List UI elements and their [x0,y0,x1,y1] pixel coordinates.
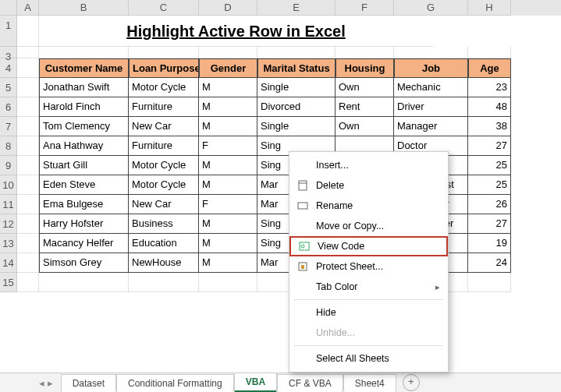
cell-purpose[interactable]: New Car [129,195,199,214]
ctx-protect[interactable]: Protect Sheet... [289,256,448,277]
cell-job[interactable]: Mechanic [394,78,468,97]
row-header-9[interactable]: 9 [0,156,17,175]
row-header-15[interactable]: 15 [0,273,17,292]
col-header-a[interactable]: A [17,0,39,16]
col-header-h[interactable]: H [468,0,511,16]
tab-cf-vba[interactable]: CF & VBA [277,374,343,392]
cell-gender[interactable]: M [199,97,257,117]
th-age[interactable]: Age [468,58,511,78]
sheet-tab-bar: ◂ ▸ Dataset Conditional Formatting VBA C… [0,373,561,392]
cell-housing[interactable]: Own [336,117,394,136]
row-header-6[interactable]: 6 [0,97,17,117]
cell-customer[interactable]: Harry Hofster [39,214,129,234]
cell-purpose[interactable]: Furniture [129,136,199,156]
table-row: Jonathan SwiftMotor CycleMSingleOwnMecha… [17,78,561,97]
cell-age[interactable]: 25 [468,156,511,175]
row-header-5[interactable]: 5 [0,78,17,97]
ctx-hide[interactable]: Hide [289,302,448,323]
cell-gender[interactable]: M [199,234,257,253]
th-housing[interactable]: Housing [336,58,394,78]
ctx-insert[interactable]: Insert... [289,155,448,175]
cell-customer[interactable]: Ema Bulgese [39,195,129,214]
tab-nav-arrows[interactable]: ◂ ▸ [31,377,61,389]
cell-customer[interactable]: Jonathan Swift [39,78,129,97]
cell[interactable] [17,16,39,47]
cell-purpose[interactable]: New Car [129,117,199,136]
th-purpose[interactable]: Loan Purpose [129,58,199,78]
cell-customer[interactable]: Eden Steve [39,175,129,195]
cell-gender[interactable]: F [199,195,257,214]
add-sheet-button[interactable]: + [403,374,420,391]
cell-customer[interactable]: Tom Clemency [39,117,129,136]
th-gender[interactable]: Gender [199,58,257,78]
cell-gender[interactable]: M [199,117,257,136]
cell-age[interactable]: 26 [468,195,511,214]
cell-age[interactable]: 48 [468,97,511,117]
cell-purpose[interactable]: NewHouse [129,253,199,273]
col-header-e[interactable]: E [257,0,336,16]
cell-age[interactable]: 27 [468,214,511,234]
row-header-11[interactable]: 11 [0,195,17,214]
ctx-rename[interactable]: Rename [289,196,448,216]
cell-age[interactable]: 23 [468,78,511,97]
cell-purpose[interactable]: Business [129,214,199,234]
row-header-12[interactable]: 12 [0,214,17,234]
cell-age[interactable]: 24 [468,253,511,273]
th-marital[interactable]: Marital Status [257,58,336,78]
ctx-delete[interactable]: Delete [289,175,448,196]
col-header-c[interactable]: C [129,0,199,16]
ctx-move-copy[interactable]: Move or Copy... [289,216,448,236]
tab-sheet4[interactable]: Sheet4 [343,374,396,392]
cell-gender[interactable]: M [199,78,257,97]
row-header-8[interactable]: 8 [0,136,17,156]
cell-marital[interactable]: Single [257,117,336,136]
title-cell[interactable]: Highlight Active Row in Excel [39,16,433,47]
cell-customer[interactable]: Stuart Gill [39,156,129,175]
cell-customer[interactable]: Macancy Helfer [39,234,129,253]
cell-customer[interactable]: Ana Hathway [39,136,129,156]
cell-age[interactable]: 27 [468,136,511,156]
cell-housing[interactable]: Rent [336,97,394,117]
cell-housing[interactable]: Own [336,78,394,97]
cell-customer[interactable]: Harold Finch [39,97,129,117]
ctx-select-all[interactable]: Select All Sheets [289,348,448,369]
tab-conditional-formatting[interactable]: Conditional Formatting [116,374,234,392]
ctx-view-code[interactable]: View Code [289,236,448,256]
th-customer[interactable]: Customer Name [39,58,129,78]
cell-age[interactable]: 25 [468,175,511,195]
cell-purpose[interactable]: Furniture [129,97,199,117]
col-header-d[interactable]: D [199,0,257,16]
row-header-7[interactable]: 7 [0,117,17,136]
cell-purpose[interactable]: Education [129,234,199,253]
cell-gender[interactable]: M [199,214,257,234]
select-all-corner[interactable] [0,0,17,16]
col-header-g[interactable]: G [394,0,468,16]
cell-job[interactable]: Manager [394,117,468,136]
cell-gender[interactable]: M [199,156,257,175]
cell-gender[interactable]: F [199,136,257,156]
row-header-1[interactable]: 1 [0,16,17,47]
row-header-10[interactable]: 10 [0,175,17,195]
ctx-tab-color[interactable]: Tab Color ▸ [289,277,448,297]
row-header-4[interactable]: 4 [0,58,17,78]
row-header-14[interactable]: 14 [0,253,17,273]
tab-dataset[interactable]: Dataset [61,374,116,392]
cell-purpose[interactable]: Motor Cycle [129,156,199,175]
cell-marital[interactable]: Single [257,78,336,97]
cell-age[interactable]: 19 [468,234,511,253]
th-job[interactable]: Job [394,58,468,78]
cell-purpose[interactable]: Motor Cycle [129,78,199,97]
cell-job[interactable]: Driver [394,97,468,117]
col-header-b[interactable]: B [39,0,129,16]
cell-age[interactable]: 38 [468,117,511,136]
tab-vba[interactable]: VBA [234,373,277,392]
row-header-3[interactable]: 3 [0,47,17,58]
cell-customer[interactable]: Simson Grey [39,253,129,273]
cell-gender[interactable]: M [199,253,257,273]
row-header-13[interactable]: 13 [0,234,17,253]
col-header-f[interactable]: F [336,0,394,16]
cell-marital[interactable]: Divorced [257,97,336,117]
cell-gender[interactable]: M [199,175,257,195]
svg-point-4 [301,245,304,248]
cell-purpose[interactable]: Motor Cycle [129,175,199,195]
